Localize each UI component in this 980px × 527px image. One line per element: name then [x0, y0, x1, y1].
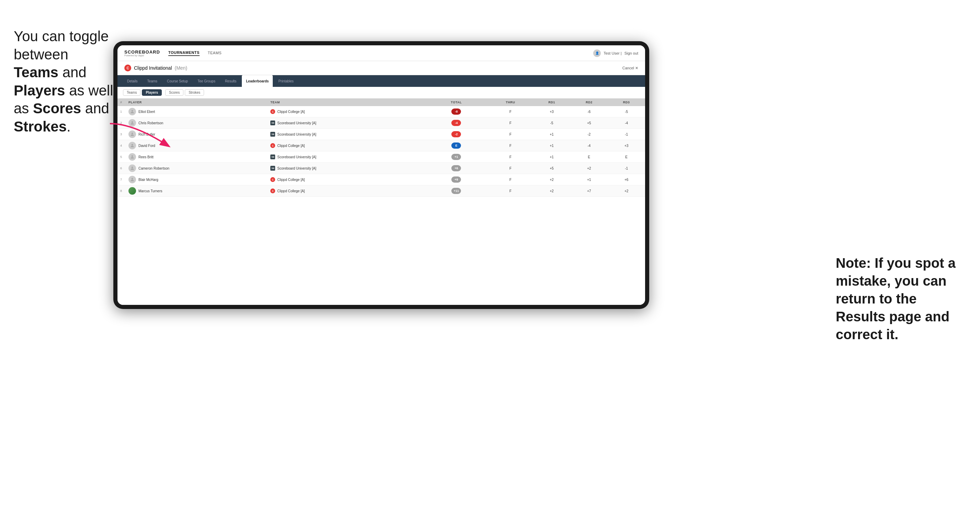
player-avatar: [129, 165, 136, 172]
team-cell: SB Scoreboard University [A]: [267, 129, 425, 140]
total-badge: +1: [451, 154, 461, 160]
player-cell: Elliot Ebert: [126, 106, 267, 117]
team-cell: SB Scoreboard University [A]: [267, 117, 425, 129]
team-name: Clippd College [A]: [277, 178, 305, 182]
player-name: Cameron Robertson: [138, 167, 169, 170]
team-cell: SB Scoreboard University [A]: [267, 163, 425, 174]
col-player: PLAYER: [126, 98, 267, 106]
logo-sub: Powered by clippd: [124, 54, 160, 57]
table-row: 5 Rees Britt SB Scoreboard University [A…: [118, 151, 645, 163]
sub-nav: Details Teams Course Setup Tee Groups Re…: [118, 75, 645, 87]
table-row: 3 Rich Butler SB Scoreboard University […: [118, 129, 645, 140]
rd2-cell: +5: [571, 117, 608, 129]
toggle-strokes-button[interactable]: Strokes: [185, 89, 204, 96]
rd1-cell: +1: [533, 151, 571, 163]
rd2-cell: +1: [571, 174, 608, 186]
tab-teams[interactable]: Teams: [143, 75, 161, 87]
team-name: Scoreboard University [A]: [277, 133, 316, 136]
col-team: TEAM: [267, 98, 425, 106]
cancel-button[interactable]: Cancel ✕: [622, 66, 638, 70]
team-name: Scoreboard University [A]: [277, 167, 316, 170]
tournament-gender: (Men): [175, 65, 188, 71]
rd3-cell: +6: [608, 174, 645, 186]
total-badge: +11: [451, 188, 461, 194]
player-cell: Cameron Robertson: [126, 163, 267, 174]
player-name: Blair McHarg: [138, 178, 158, 182]
rd1-cell: +2: [533, 174, 571, 186]
thru-cell: F: [488, 117, 533, 129]
rd3-cell: -4: [608, 117, 645, 129]
nav-right: 👤 Test User | Sign out: [593, 49, 638, 57]
toggle-players-button[interactable]: Players: [142, 89, 162, 96]
rd2-cell: E: [571, 151, 608, 163]
toggle-scores-button[interactable]: Scores: [165, 89, 183, 96]
table-row: 1 Elliot Ebert C Clippd College [A] -8 F…: [118, 106, 645, 117]
thru-cell: F: [488, 106, 533, 117]
arrow-pointer: [107, 120, 182, 154]
tournament-icon: C: [124, 65, 131, 71]
tab-results[interactable]: Results: [221, 75, 240, 87]
tab-course-setup[interactable]: Course Setup: [163, 75, 192, 87]
tablet-screen: SCOREBOARD Powered by clippd TOURNAMENTS…: [118, 45, 645, 305]
rd3-cell: -1: [608, 129, 645, 140]
table-row: 4 David Ford C Clippd College [A] E F +1…: [118, 140, 645, 151]
total-cell: +9: [425, 174, 488, 186]
total-badge: +9: [451, 176, 461, 183]
total-badge: -4: [451, 120, 461, 126]
table-row: 6 Cameron Robertson SB Scoreboard Univer…: [118, 163, 645, 174]
tournament-name: Clippd Invitational: [134, 65, 172, 71]
tab-leaderboards[interactable]: Leaderboards: [242, 75, 273, 87]
team-name: Clippd College [A]: [277, 189, 305, 193]
player-avatar: [129, 108, 136, 115]
leaderboard-table: # PLAYER TEAM TOTAL THRU RD1 RD2 RD3 1: [118, 98, 645, 305]
top-nav: SCOREBOARD Powered by clippd TOURNAMENTS…: [118, 45, 645, 61]
table-header-row: # PLAYER TEAM TOTAL THRU RD1 RD2 RD3: [118, 98, 645, 106]
right-annotation: Note: If you spot a mistake, you can ret…: [836, 254, 966, 343]
tablet-frame: SCOREBOARD Powered by clippd TOURNAMENTS…: [113, 41, 649, 309]
total-badge: -8: [451, 108, 461, 115]
player-name: Rees Britt: [138, 155, 154, 159]
rd3-cell: -5: [608, 106, 645, 117]
team-name: Clippd College [A]: [277, 110, 305, 114]
rd3-cell: E: [608, 151, 645, 163]
rank-cell: 7: [118, 174, 126, 186]
team-name: Clippd College [A]: [277, 144, 305, 148]
thru-cell: F: [488, 140, 533, 151]
nav-tournaments[interactable]: TOURNAMENTS: [168, 51, 200, 56]
player-cell: Blair McHarg: [126, 174, 267, 186]
players-table: # PLAYER TEAM TOTAL THRU RD1 RD2 RD3 1: [118, 98, 645, 197]
rd1-cell: +2: [533, 186, 571, 197]
rd2-cell: -4: [571, 140, 608, 151]
tournament-title: C Clippd Invitational (Men): [124, 65, 187, 71]
player-name: Marcus Turners: [138, 189, 162, 193]
tournament-header: C Clippd Invitational (Men) Cancel ✕: [118, 61, 645, 75]
rd3-cell: -1: [608, 163, 645, 174]
nav-teams[interactable]: TEAMS: [208, 51, 221, 56]
scoreboard-logo: SCOREBOARD Powered by clippd: [124, 50, 160, 57]
toggle-teams-button[interactable]: Teams: [123, 89, 140, 96]
team-name: Scoreboard University [A]: [277, 121, 316, 125]
rank-cell: 8: [118, 186, 126, 197]
total-cell: -2: [425, 129, 488, 140]
thru-cell: F: [488, 163, 533, 174]
user-name: Test User |: [603, 51, 621, 55]
col-rd3: RD3: [608, 98, 645, 106]
total-badge: +6: [451, 165, 461, 171]
player-avatar: [129, 187, 136, 195]
total-badge: E: [451, 143, 461, 149]
total-cell: +1: [425, 151, 488, 163]
tab-tee-groups[interactable]: Tee Groups: [193, 75, 220, 87]
player-avatar: [129, 176, 136, 183]
tab-details[interactable]: Details: [123, 75, 142, 87]
svg-point-5: [132, 155, 133, 157]
col-rd1: RD1: [533, 98, 571, 106]
logo-title: SCOREBOARD: [124, 50, 160, 54]
total-cell: -8: [425, 106, 488, 117]
toggle-bar: Teams Players Scores Strokes: [118, 87, 645, 98]
table-row: 7 Blair McHarg C Clippd College [A] +9 F…: [118, 174, 645, 186]
tab-printables[interactable]: Printables: [274, 75, 298, 87]
team-name: Scoreboard University [A]: [277, 155, 316, 159]
avatar: 👤: [593, 49, 601, 57]
sign-out-link[interactable]: Sign out: [624, 51, 638, 55]
rd2-cell: -2: [571, 129, 608, 140]
